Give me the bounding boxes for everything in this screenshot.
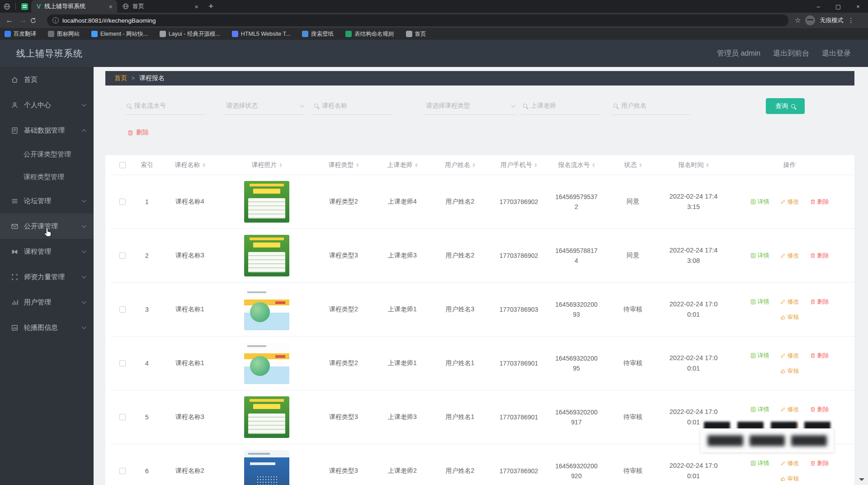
search-button[interactable]: 查询: [766, 98, 805, 114]
audit-button[interactable]: 审核: [780, 313, 799, 321]
forward-button[interactable]: →: [16, 16, 30, 25]
detail-button[interactable]: 详情: [750, 405, 769, 414]
incognito-avatar-icon[interactable]: [805, 15, 815, 25]
tab-close-icon[interactable]: ×: [194, 3, 198, 10]
row-checkbox[interactable]: [119, 360, 126, 366]
status-select[interactable]: 请选择状态: [224, 97, 306, 115]
row-checkbox[interactable]: [119, 306, 126, 313]
detail-button[interactable]: 详情: [750, 352, 769, 360]
sidebar-item-base-data[interactable]: 基础数据管理: [0, 118, 94, 143]
delete-row-button[interactable]: 删除: [810, 459, 829, 467]
detail-button[interactable]: 详情: [750, 459, 769, 467]
edit-button[interactable]: 修改: [780, 459, 799, 467]
pinned-tab-globe[interactable]: [0, 1, 14, 12]
edit-button[interactable]: 修改: [780, 352, 799, 360]
row-checkbox[interactable]: [119, 252, 126, 259]
sort-icon[interactable]: [356, 163, 359, 167]
bookmark-item[interactable]: Element - 网站快...: [91, 30, 148, 38]
back-button[interactable]: ←: [3, 16, 16, 25]
sidebar-item-course-type[interactable]: 课程类型管理: [0, 166, 94, 188]
address-bar[interactable]: i localhost:8081/#/kechengBaoming: [47, 14, 788, 26]
tab-close-icon[interactable]: ×: [108, 3, 113, 10]
sort-icon[interactable]: [279, 163, 282, 167]
audit-button[interactable]: 审核: [780, 475, 799, 483]
minimize-button[interactable]: –: [808, 0, 828, 13]
bookmark-item[interactable]: 首页: [406, 30, 426, 38]
edit-button[interactable]: 修改: [780, 405, 799, 414]
site-info-icon[interactable]: i: [52, 17, 59, 24]
course-photo[interactable]: [244, 396, 289, 438]
bulk-delete-button[interactable]: 删除: [127, 127, 149, 138]
exit-to-front-link[interactable]: 退出到前台: [773, 49, 809, 58]
delete-row-button[interactable]: 删除: [810, 352, 829, 360]
col-teacher[interactable]: 上课老师: [373, 155, 432, 175]
col-status[interactable]: 状态: [604, 155, 662, 175]
col-course-photo[interactable]: 课程照片: [219, 155, 314, 175]
close-button[interactable]: ×: [848, 0, 868, 13]
maximize-button[interactable]: ▢: [828, 0, 848, 13]
sidebar-item-forum[interactable]: 论坛管理: [0, 188, 94, 214]
bookmark-item[interactable]: 搜索壁纸: [302, 30, 334, 38]
browser-tab-active[interactable]: V 线上辅导班系统 ×: [31, 0, 117, 13]
sidebar-item-users[interactable]: 用户管理: [0, 290, 94, 315]
course-photo[interactable]: [244, 342, 289, 384]
sort-icon[interactable]: [203, 163, 205, 167]
sort-icon[interactable]: [706, 163, 709, 167]
sort-icon[interactable]: [592, 163, 595, 167]
col-course-name[interactable]: 课程名称: [160, 155, 219, 175]
sidebar-item-openclass-type[interactable]: 公开课类型管理: [0, 143, 94, 166]
logout-link[interactable]: 退出登录: [822, 49, 851, 58]
select-all-checkbox[interactable]: [119, 162, 126, 168]
sort-icon[interactable]: [472, 163, 475, 167]
sort-icon[interactable]: [534, 163, 537, 167]
sidebar-item-profile[interactable]: 个人中心: [0, 92, 94, 118]
detail-button[interactable]: 详情: [750, 298, 769, 306]
row-checkbox[interactable]: [119, 468, 126, 474]
new-tab-button[interactable]: +: [208, 1, 213, 11]
browser-menu-icon[interactable]: ⋮: [848, 17, 854, 24]
edit-button[interactable]: 修改: [780, 252, 799, 260]
scrollbar-down-arrow[interactable]: [859, 478, 864, 484]
detail-button[interactable]: 详情: [750, 252, 769, 260]
course-photo[interactable]: [244, 450, 289, 485]
user-name-input[interactable]: 用户姓名: [612, 97, 691, 115]
bookmark-star-icon[interactable]: ☆: [795, 16, 801, 24]
sidebar-item-home[interactable]: 首页: [0, 67, 94, 92]
delete-row-button[interactable]: 删除: [810, 198, 829, 206]
serial-search-input[interactable]: 报名流水号: [125, 97, 205, 115]
course-type-select[interactable]: 请选择课程类型: [424, 97, 517, 115]
sort-icon[interactable]: [415, 163, 418, 167]
pinned-tab-app[interactable]: [18, 1, 31, 12]
edit-button[interactable]: 修改: [780, 198, 799, 206]
row-checkbox[interactable]: [119, 199, 126, 205]
detail-button[interactable]: 详情: [750, 198, 769, 206]
delete-row-button[interactable]: 删除: [810, 298, 829, 306]
course-name-input[interactable]: 课程名称: [312, 97, 393, 115]
course-photo[interactable]: [244, 235, 289, 276]
sidebar-item-carousel[interactable]: 轮播图信息: [0, 315, 94, 340]
course-photo[interactable]: [244, 181, 289, 223]
sidebar-item-course[interactable]: 课程管理: [0, 239, 94, 264]
col-user-name[interactable]: 用户姓名: [432, 155, 488, 175]
col-phone[interactable]: 用户手机号: [488, 155, 549, 175]
col-course-type[interactable]: 课程类型: [314, 155, 373, 175]
bookmark-item[interactable]: 图标网站: [48, 30, 80, 38]
sort-icon[interactable]: [639, 163, 642, 167]
bookmark-item[interactable]: HTML5 Website T...: [232, 31, 290, 37]
col-serial[interactable]: 报名流水号: [549, 155, 604, 175]
col-time[interactable]: 报名时间: [662, 155, 725, 175]
bookmark-item[interactable]: Layui - 经典开源模...: [160, 30, 220, 38]
row-checkbox[interactable]: [119, 414, 126, 420]
bookmark-item[interactable]: 表结构命名规则: [345, 30, 394, 38]
course-photo[interactable]: [244, 289, 289, 330]
delete-row-button[interactable]: 删除: [810, 252, 829, 260]
browser-tab[interactable]: 首页 ×: [117, 0, 203, 13]
bookmark-item[interactable]: 百度翻译: [5, 30, 36, 38]
refresh-button[interactable]: [30, 17, 43, 24]
edit-button[interactable]: 修改: [780, 298, 799, 306]
sidebar-item-teachers[interactable]: 师资力量管理: [0, 264, 94, 290]
delete-row-button[interactable]: 删除: [810, 405, 829, 414]
audit-button[interactable]: 审核: [780, 367, 799, 375]
breadcrumb-home[interactable]: 首页: [114, 74, 127, 82]
teacher-input[interactable]: 上课老师: [521, 97, 600, 115]
